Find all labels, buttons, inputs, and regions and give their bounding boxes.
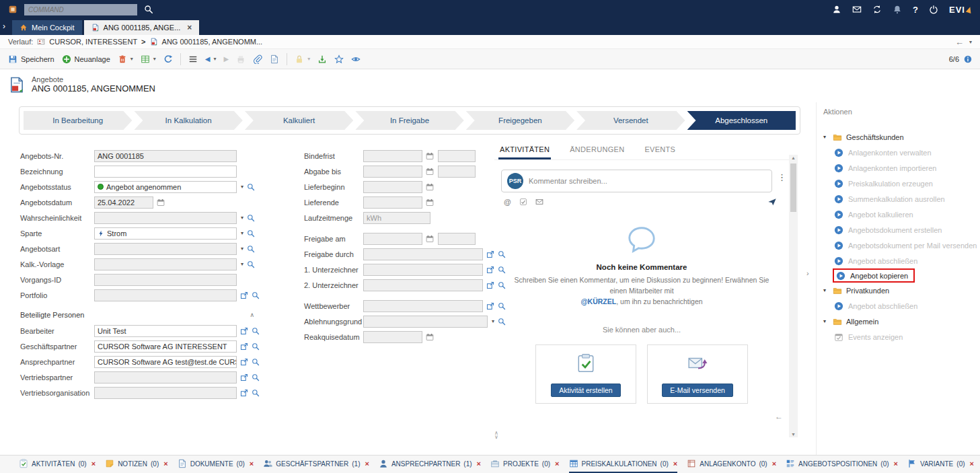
bindefrist-time-field[interactable] xyxy=(438,150,476,162)
open-record-icon[interactable] xyxy=(240,389,248,397)
process-step[interactable]: In Bearbeitung xyxy=(24,111,132,130)
tab-angebot[interactable]: ANG 0001185, ANGE... × xyxy=(84,20,200,35)
expander-icon[interactable]: ▾ xyxy=(823,134,829,140)
open-record-icon[interactable] xyxy=(240,358,248,366)
open-record-icon[interactable] xyxy=(240,342,248,351)
dropdown-icon[interactable]: ▾ xyxy=(241,184,243,190)
bottom-tab-geschaeftspartner[interactable]: GESCHÄFTSPARTNER(1)× xyxy=(263,456,369,473)
splitter-handle[interactable]: ∧∨ xyxy=(494,431,498,439)
task-check-icon[interactable] xyxy=(519,198,527,206)
breadcrumb-item[interactable]: ANG 0001185, ANGENOMM... xyxy=(162,38,263,46)
search-icon[interactable] xyxy=(252,342,260,351)
action-group-geschaeftskunden[interactable]: ▾ Geschäftskunden xyxy=(823,129,977,145)
close-icon[interactable]: × xyxy=(91,460,96,468)
send-email-button[interactable]: E-Mail versenden xyxy=(662,384,733,397)
process-step[interactable]: Freigegeben xyxy=(466,111,574,130)
bindefrist-field[interactable] xyxy=(363,150,422,162)
attachment-icon[interactable] xyxy=(253,54,262,64)
comment-composer[interactable]: PSR xyxy=(501,170,772,192)
scroll-left-icon[interactable]: ← xyxy=(775,412,783,421)
geschaeftspartner-field[interactable]: CURSOR Software AG INTERESSENT xyxy=(94,340,237,353)
power-icon[interactable] xyxy=(929,5,938,14)
search-icon[interactable] xyxy=(252,358,260,366)
comment-menu-icon[interactable]: ⋮ xyxy=(778,170,786,182)
freigabe-durch-field[interactable] xyxy=(363,248,483,260)
history-back-icon[interactable]: ← xyxy=(955,37,964,47)
laufzeitmenge-field[interactable]: kWh xyxy=(363,212,430,224)
bottom-tab-notizen[interactable]: NOTIZEN(0)× xyxy=(105,456,168,473)
process-step-active[interactable]: Abgeschlossen xyxy=(687,111,796,130)
angebotsart-field[interactable] xyxy=(94,243,237,255)
scrollbar-thumb[interactable] xyxy=(790,163,796,212)
bottom-tab-aktivitaeten[interactable]: AKTIVITÄTEN(0)× xyxy=(19,456,96,473)
document-icon[interactable] xyxy=(270,54,279,64)
open-record-icon[interactable] xyxy=(240,291,248,299)
process-step[interactable]: In Kalkulation xyxy=(134,111,242,130)
delete-button[interactable]: ▾ xyxy=(118,54,133,64)
checkin-icon[interactable] xyxy=(317,54,327,64)
send-icon[interactable] xyxy=(767,197,777,207)
watch-eye-icon[interactable] xyxy=(351,54,361,64)
create-activity-button[interactable]: Aktivität erstellen xyxy=(551,384,620,397)
dropdown-icon[interactable]: ▾ xyxy=(241,261,243,267)
reakquisedatum-field[interactable] xyxy=(363,331,422,343)
process-step[interactable]: In Freigabe xyxy=(355,111,463,130)
lieferbeginn-field[interactable] xyxy=(363,181,422,193)
tab-aktivitaeten[interactable]: AKTIVITÄTEN xyxy=(498,143,551,159)
bottom-tab-projekte[interactable]: PROJEKTE(0)× xyxy=(490,456,559,473)
wettbewerber-field[interactable] xyxy=(363,300,483,312)
search-icon[interactable] xyxy=(247,183,255,191)
comment-input[interactable] xyxy=(529,177,766,185)
export-dropdown-icon[interactable]: ▾ xyxy=(153,56,156,62)
bezeichnung-field[interactable] xyxy=(94,166,237,178)
mention-at-icon[interactable]: @ xyxy=(504,198,511,206)
action-angebot-kopieren[interactable]: Angebot kopieren xyxy=(833,268,915,283)
search-icon[interactable] xyxy=(252,291,260,299)
search-icon[interactable] xyxy=(252,389,260,397)
bottom-tab-ansprechpartner[interactable]: ANSPRECHPARTNER(1)× xyxy=(379,456,481,473)
search-icon[interactable] xyxy=(247,260,255,268)
search-icon[interactable] xyxy=(247,229,255,238)
abgabe-bis-field[interactable] xyxy=(363,166,422,178)
expander-icon[interactable]: ▾ xyxy=(823,287,829,293)
angebotsstatus-field[interactable]: Angebot angenommen xyxy=(94,181,237,193)
vorgangsid-field[interactable] xyxy=(94,274,237,286)
calendar-icon[interactable] xyxy=(426,168,434,176)
search-icon[interactable] xyxy=(144,5,153,14)
open-record-icon[interactable] xyxy=(486,302,494,310)
calendar-icon[interactable] xyxy=(426,183,434,191)
refresh-icon[interactable] xyxy=(163,54,173,64)
command-input[interactable] xyxy=(24,4,137,15)
ablehnungsgrund-field[interactable] xyxy=(363,316,488,328)
save-button[interactable]: Speichern xyxy=(8,54,54,64)
dropdown-icon[interactable]: ▾ xyxy=(241,230,243,236)
calendar-icon[interactable] xyxy=(426,152,434,160)
action-group-privatkunden[interactable]: ▾ Privatkunden xyxy=(823,283,977,298)
close-icon[interactable]: × xyxy=(673,460,677,468)
kalkvorlage-field[interactable] xyxy=(94,258,237,270)
action-group-allgemein[interactable]: ▾ Allgemein xyxy=(823,314,977,329)
open-record-icon[interactable] xyxy=(240,327,248,335)
close-icon[interactable]: × xyxy=(555,460,559,468)
search-icon[interactable] xyxy=(247,214,255,222)
bottom-tab-preiskalkulationen[interactable]: PREISKALKULATIONEN(0)× xyxy=(569,456,678,473)
dropdown-icon[interactable]: ▾ xyxy=(241,215,243,221)
expander-icon[interactable]: ▾ xyxy=(823,318,829,324)
nav-previous-button[interactable]: ◀ ▾ xyxy=(205,55,217,63)
nav-dropdown-icon[interactable]: ▾ xyxy=(214,56,217,62)
delete-dropdown-icon[interactable]: ▾ xyxy=(130,56,133,62)
open-record-icon[interactable] xyxy=(486,281,494,289)
collapse-icon[interactable]: ∧ xyxy=(250,312,254,318)
ansprechpartner-field[interactable]: CURSOR Software AG test@test.de CURS... xyxy=(94,356,237,368)
bottom-tab-angebotspositionen[interactable]: ANGEBOTSPOSITIONEN(0)× xyxy=(786,456,898,473)
scroll-up-icon[interactable]: ▲ xyxy=(789,155,798,160)
new-record-button[interactable]: Neuanlage xyxy=(62,54,110,64)
bottom-tab-variante[interactable]: VARIANTE(0)× xyxy=(907,456,974,473)
angebotsdatum-field[interactable]: 25.04.2022 xyxy=(94,196,153,209)
bottom-tab-anlagenkonto[interactable]: ANLAGENKONTO(0)× xyxy=(687,456,776,473)
close-icon[interactable]: × xyxy=(894,460,898,468)
open-record-icon[interactable] xyxy=(240,373,248,381)
freigabe-am-time-field[interactable] xyxy=(438,233,476,245)
close-icon[interactable]: × xyxy=(365,460,369,468)
open-record-icon[interactable] xyxy=(486,266,494,274)
